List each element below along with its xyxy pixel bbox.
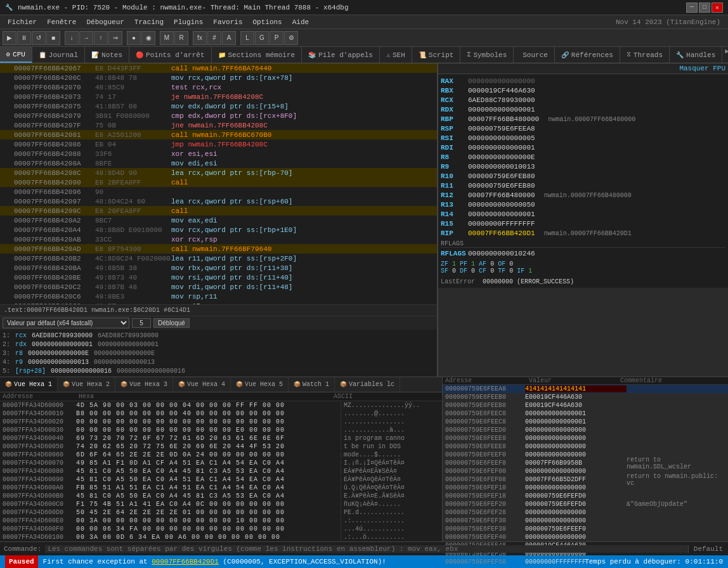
disasm-row[interactable]: 00007FF66BB42075 41:8B57 08 mov edx,dwor… [0, 101, 437, 111]
menu-item-aide[interactable]: Aide [287, 17, 314, 27]
hex-row[interactable]: 00007FFA34D600F0 00 00 06 34 FA 00 00 00… [0, 525, 442, 533]
tb-step-out[interactable]: ↑ [94, 31, 108, 45]
tb-hash[interactable]: # [207, 31, 221, 45]
hex-tab-vue-hexa-4[interactable]: 📦Vue Hexa 4 [173, 377, 231, 392]
exception-link[interactable]: 00007FF66BB420D1 [152, 558, 219, 565]
stack-row[interactable]: 000000759E6FEF40 0000000000000000 [443, 533, 728, 541]
tab-sections-mémoire[interactable]: 📁Sections mémoire [212, 47, 302, 63]
tab-seh[interactable]: ⚠SEH [380, 47, 412, 63]
hex-row[interactable]: 00007FFA34D600E0 00 3A 00 00 00 00 00 00… [0, 517, 442, 525]
tab-pile-d'appels[interactable]: 📚Pile d'appels [302, 47, 380, 63]
disasm-row[interactable]: 00007FF66BB4206C 48:8B48 78 mov rcx,qwor… [0, 73, 437, 82]
hex-row[interactable]: 00007FFA34D600B0 45 81 C0 A5 50 EA C0 A4… [0, 492, 442, 500]
tb-setting[interactable]: ⚙ [284, 31, 298, 45]
right-tab-handles[interactable]: 🔧Handles [670, 47, 722, 63]
hex-row[interactable]: 00007FFA34D60050 74 20 62 65 20 72 75 6E… [0, 442, 442, 451]
disasm-row[interactable]: 00007FF66BB420C2 49:8B7B 48 mov rdi,qwor… [0, 282, 437, 292]
disasm-row[interactable]: 00007FF66BB420A4 48:8B8D E0010000 mov rc… [0, 225, 437, 235]
stack-row[interactable]: 000000759E6FEF18 000000759E6FEFD0 [443, 492, 728, 500]
tb-step-over[interactable]: → [79, 31, 93, 45]
tab-scroll-right[interactable]: ▶ [722, 47, 728, 63]
right-tab-threads[interactable]: ⧖Threads [620, 47, 670, 63]
stack-row[interactable]: 000000759E6FEF08 00007FF66B5D2DFF return… [443, 475, 728, 484]
stack-row[interactable]: 000000759E6FEEC0 0000000000000001 [443, 410, 728, 418]
param-count-input[interactable] [132, 318, 151, 328]
tb-run-to-cursor[interactable]: ⇒ [108, 31, 122, 45]
tab-points-d'arrêt[interactable]: 🔴Points d'arrêt [129, 47, 211, 63]
menu-item-favoris[interactable]: Favoris [208, 17, 247, 27]
disasm-row[interactable]: 00007FF66BB42096 90 [0, 187, 437, 197]
hex-row[interactable]: 00007FFA34D60000 4D 5A 90 00 03 00 00 00… [0, 401, 442, 410]
tb-hwbp[interactable]: ◉ [141, 31, 155, 45]
hex-tab-watch-1[interactable]: 📦Watch 1 [289, 377, 335, 392]
disasm-row[interactable]: 00007FF66BB420B2 4C:8D9C24 F0020000 lea … [0, 254, 437, 263]
stack-row[interactable]: 000000759E6FEF30 0000000000000000 [443, 517, 728, 525]
disasm-row[interactable]: 00007FF66BB42079 3B91 F0080000 cmp edx,d… [0, 111, 437, 120]
stack-row[interactable]: 000000759E6FEEE0 0000000000000000 [443, 434, 728, 442]
hex-tab-vue-hexa-5[interactable]: 📦Vue Hexa 5 [231, 377, 289, 392]
tb-step-into[interactable]: ↓ [65, 31, 79, 45]
tab-journal[interactable]: 📋Journal [32, 47, 85, 63]
minimize-button[interactable]: ─ [686, 3, 698, 13]
tb-stop[interactable]: ■ [46, 31, 60, 45]
right-tab-symboles[interactable]: ΣSymboles [460, 47, 514, 63]
tb-ref[interactable]: R [174, 31, 188, 45]
stack-row[interactable]: 000000759E6FEF20 000000759E6FEFD0 &"Game… [443, 500, 728, 508]
tb-restart[interactable]: ↺ [32, 31, 46, 45]
menu-item-plugins[interactable]: Plugins [169, 17, 208, 27]
disasm-row[interactable]: 00007FF66BB420BE 49:8B73 40 mov rsi,qwor… [0, 273, 437, 282]
hex-tab-vue-hexa-2[interactable]: 📦Vue Hexa 2 [58, 377, 115, 392]
disasm-row[interactable]: 00007FF66BB4208C 48:8D4D 90 lea rcx,qwor… [0, 168, 437, 178]
hex-row[interactable]: 00007FFA34D600D0 50 45 2E 64 2E 2E 2E 2E… [0, 508, 442, 517]
disasm-row[interactable]: 00007FF66BB42067 E8 D443F3FF call nwmain… [0, 63, 437, 73]
hex-tab-vue-hexa-3[interactable]: 📦Vue Hexa 3 [115, 377, 173, 392]
menu-item-tracing[interactable]: Tracing [129, 17, 169, 27]
menu-item-débogueur[interactable]: Débogueur [81, 17, 129, 27]
tab-script[interactable]: 📜Script [412, 47, 461, 63]
tb-bp[interactable]: ● [127, 31, 141, 45]
menu-item-options[interactable]: Options [248, 17, 287, 27]
tb-graph[interactable]: G [255, 31, 269, 45]
disasm-row[interactable]: 00007FF66BB42081 E8 A2501200 call nwmain… [0, 130, 437, 139]
tb-pause[interactable]: ⏸ [17, 31, 31, 45]
disasm-row[interactable]: 00007FF66BB420C6 49:8BE3 mov rsp,r11 [0, 292, 437, 301]
hex-row[interactable]: 00007FFA34D60090 45 81 C0 A5 50 EA C0 A4… [0, 475, 442, 484]
disasm-row[interactable]: 00007FF66BB42090 E8 2BFEA8FF call [0, 178, 437, 187]
stack-row[interactable]: 000000759E6FEEE8 0000000000000000 [443, 442, 728, 451]
disasm-row[interactable]: 00007FF66BB4207F 75 0B jne nwmain.7FF66B… [0, 120, 437, 130]
stack-row[interactable]: 000000759E6FEF28 0000000000000000 [443, 508, 728, 517]
stack-row[interactable]: 000000759E6FEEC8 0000000000000001 [443, 418, 728, 426]
close-button[interactable]: ✕ [712, 3, 723, 13]
calling-convention-select[interactable]: Valeur par défaut (x64 fastcall) [3, 318, 129, 328]
disasm-row[interactable]: 00007FF66BB42088 33F6 xor esi,esi [0, 149, 437, 158]
hex-row[interactable]: 00007FFA34D60020 00 00 00 00 00 00 00 00… [0, 418, 442, 426]
hex-row[interactable]: 00007FFA34D60080 45 81 C0 A5 50 EA C0 A4… [0, 467, 442, 475]
disasm-row[interactable]: 00007FF66BB42086 EB 04 jmp nwmain.7FF66B… [0, 139, 437, 149]
maximize-button[interactable]: □ [699, 3, 710, 13]
hex-row[interactable]: 00007FFA34D600A0 FB 85 51 A1 51 EA C1 A4… [0, 484, 442, 492]
disasm-row[interactable]: 00007FF66BB420AB 33CC xor rcx,rsp [0, 235, 437, 244]
right-tab-source[interactable]: Source [514, 47, 555, 63]
disasm-row[interactable]: 00007FF66BB42073 74 17 je nwmain.7FF66BB… [0, 92, 437, 101]
stack-row[interactable]: 000000759E6FEEA8 4141414141414141 [443, 385, 728, 393]
disasm-row[interactable]: 00007FF66BB42097 48:8D4C24 60 lea rcx,qw… [0, 197, 437, 206]
unlock-button[interactable]: Débloqué [153, 318, 190, 328]
tab-notes[interactable]: 📝Notes [85, 47, 129, 63]
hex-row[interactable]: 00007FFA34D60060 6D 6F 64 65 2E 2E 2E 0D… [0, 451, 442, 459]
tb-font[interactable]: A [222, 31, 236, 45]
right-tab-références[interactable]: 🔗Références [555, 47, 620, 63]
tb-mem[interactable]: M [160, 31, 174, 45]
hex-row[interactable]: 00007FFA34D60040 69 73 20 70 72 6F 67 72… [0, 434, 442, 442]
disasm-row[interactable]: 00007FF66BB42070 48:85C9 test rcx,rcx [0, 82, 437, 92]
tb-patch[interactable]: P [270, 31, 283, 45]
disasm-row[interactable]: 00007FF66BB420BA 49:8B5B 38 mov rbx,qwor… [0, 263, 437, 273]
hex-tab-vue-hexa-1[interactable]: 📦Vue Hexa 1 [0, 377, 58, 392]
hex-tab-variables-lc[interactable]: 📦Variables lc [335, 377, 400, 392]
menu-item-fenêtre[interactable]: Fenêtre [42, 17, 81, 27]
hex-row[interactable]: 00007FFA34D60100 00 3A 00 0D 6 34 EA 00 … [0, 533, 442, 541]
disasm-row[interactable]: 00007FF66BB420AD E8 8F754300 call nwmain… [0, 244, 437, 254]
hex-row[interactable]: 00007FFA34D600C0 F1 75 4B 51 A1 41 EA C0… [0, 500, 442, 508]
tab-cpu[interactable]: ⚙CPU [0, 47, 32, 63]
stack-row[interactable]: 000000759E6FEEB0 E00019CF446A630 [443, 393, 728, 401]
disasm-row[interactable]: 00007FF66BB420A2 8BC7 mov eax,edi [0, 216, 437, 225]
